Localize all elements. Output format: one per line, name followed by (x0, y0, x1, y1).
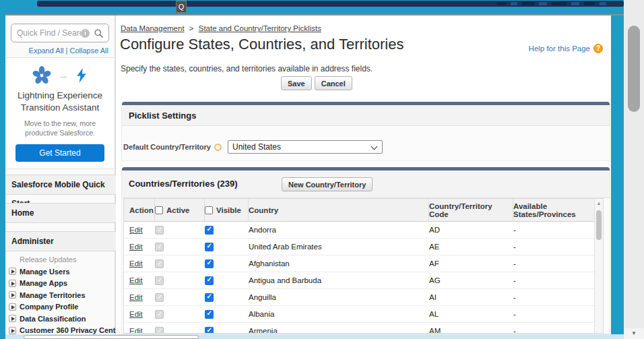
cell-action: Edit (129, 259, 155, 268)
sidebar-item-company-profile[interactable]: Company Profile (5, 301, 116, 313)
horizontal-scrollbar-thumb[interactable] (24, 335, 199, 339)
cell-active (155, 310, 205, 319)
active-checkbox (155, 259, 164, 268)
cell-action: Edit (129, 293, 155, 301)
edit-link[interactable]: Edit (129, 226, 143, 234)
visible-checkbox[interactable] (205, 276, 214, 285)
cell-visible (205, 310, 249, 319)
expand-arrow-icon[interactable] (9, 268, 16, 275)
cell-states: - (513, 259, 593, 268)
edit-link[interactable]: Edit (129, 243, 143, 251)
cell-active (155, 243, 205, 251)
cell-active (155, 293, 205, 302)
edit-link[interactable]: Edit (129, 276, 143, 284)
visible-checkbox[interactable] (205, 259, 214, 268)
cell-code: AL (429, 310, 513, 318)
header-icon (539, 2, 547, 5)
sidebar-item-label: Data Classification (20, 315, 86, 323)
table-scrollbar[interactable]: ▲ (594, 199, 603, 333)
breadcrumb: Data Management > State and Country/Terr… (121, 24, 321, 32)
scroll-down-icon[interactable]: ▼ (624, 328, 644, 339)
countries-section: Countries/Territories (239) New Country/… (121, 167, 610, 334)
collapse-all-link[interactable]: Collapse All (70, 47, 108, 55)
cell-country: Andorra (249, 226, 429, 234)
cell-country: Afghanistan (249, 259, 429, 268)
transition-icons: → (6, 65, 114, 86)
cell-code: AG (429, 276, 513, 284)
cancel-button[interactable]: Cancel (315, 76, 352, 90)
save-button[interactable]: Save (281, 76, 312, 90)
countries-heading: Countries/Territories (239) (129, 179, 238, 189)
visible-checkbox[interactable] (205, 243, 214, 251)
get-started-button[interactable]: Get Started (15, 144, 104, 162)
header-icon (571, 2, 579, 5)
breadcrumb-link-data-management[interactable]: Data Management (121, 24, 185, 32)
search-input[interactable]: Quick Find / Search... i (11, 24, 109, 42)
visible-checkbox[interactable] (205, 310, 214, 319)
visible-checkbox[interactable] (205, 293, 214, 302)
cell-visible (205, 327, 249, 334)
table-scrollbar-thumb[interactable] (596, 210, 602, 240)
expand-arrow-icon[interactable] (9, 291, 16, 299)
sidebar-section-administer[interactable]: Administer (5, 231, 116, 251)
edit-link[interactable]: Edit (129, 293, 143, 301)
assistant-title-line1: Lightning Experience (6, 90, 114, 102)
cell-states: - (513, 226, 593, 234)
scroll-up-icon[interactable]: ▲ (595, 199, 603, 206)
sidebar-section-mobile-quick-start[interactable]: Salesforce Mobile Quick Start (5, 175, 116, 195)
column-label: Action (129, 206, 154, 214)
sidebar-item-release-updates[interactable]: Release Updates (5, 253, 116, 266)
sidebar-item-data-classification[interactable]: Data Classification (5, 313, 116, 325)
visible-select-all-checkbox[interactable] (205, 206, 213, 214)
edit-link[interactable]: Edit (129, 259, 143, 268)
window-vertical-scrollbar[interactable]: ▼ (624, 0, 644, 339)
page-title: Configure States, Countries, and Territo… (120, 36, 404, 53)
chevron-down-icon (371, 144, 378, 150)
new-country-button[interactable]: New Country/Territory (282, 177, 373, 191)
setup-sidebar: Quick Find / Search... i Expand All | Co… (5, 16, 116, 334)
visible-checkbox[interactable] (205, 327, 214, 334)
table-row: EditArmeniaAM- (124, 323, 603, 334)
link-divider: | (66, 47, 68, 55)
expand-arrow-icon[interactable] (9, 327, 16, 334)
page-description: Specify the states, countries, and terri… (121, 64, 373, 73)
active-checkbox (155, 243, 164, 251)
expand-arrow-icon[interactable] (9, 303, 16, 311)
default-country-label: Default Country/Territory (122, 143, 211, 151)
sidebar-item-manage-apps[interactable]: Manage Apps (5, 278, 116, 290)
cell-states: - (513, 243, 593, 251)
breadcrumb-link-picklists[interactable]: State and Country/Territory Picklists (199, 24, 321, 32)
sidebar-item-label: Manage Territories (20, 291, 86, 299)
cell-states: - (513, 310, 593, 318)
edit-link[interactable]: Edit (129, 327, 143, 334)
sidebar-section-home[interactable]: Home (5, 203, 116, 223)
page-actions: Save Cancel (281, 76, 352, 90)
column-label: Country/Territory Code (429, 202, 510, 218)
find-shortcut-badge: Q (176, 1, 187, 13)
window-horizontal-scrollbar[interactable] (5, 334, 624, 339)
search-icon[interactable] (94, 28, 104, 38)
help-for-this-page[interactable]: Help for this Page ? (529, 44, 603, 53)
visible-checkbox[interactable] (205, 226, 214, 235)
active-checkbox (155, 226, 164, 235)
vertical-scrollbar-thumb[interactable] (628, 26, 640, 112)
expand-all-link[interactable]: Expand All (29, 47, 64, 55)
table-row: EditAfghanistanAF- (124, 255, 603, 272)
column-label: Active (166, 206, 190, 214)
field-help-icon[interactable] (214, 144, 222, 151)
search-placeholder: Quick Find / Search... (17, 28, 81, 38)
active-select-all-checkbox[interactable] (155, 206, 163, 214)
sidebar-item-label: Manage Apps (20, 279, 67, 287)
sidebar-item-label: Manage Users (20, 268, 70, 276)
edit-link[interactable]: Edit (129, 310, 143, 318)
sidebar-item-manage-users[interactable]: Manage Users (5, 266, 116, 278)
sidebar-item-manage-territories[interactable]: Manage Territories (5, 289, 116, 301)
cell-visible (205, 226, 249, 235)
default-country-select[interactable]: United States (228, 140, 383, 154)
column-header-action: Action (129, 199, 155, 221)
cell-states: - (513, 276, 593, 284)
expand-arrow-icon[interactable] (9, 280, 16, 287)
header-icon (584, 2, 595, 5)
expand-arrow-icon[interactable] (9, 315, 16, 322)
default-country-row: Default Country/Territory United States (122, 140, 610, 154)
